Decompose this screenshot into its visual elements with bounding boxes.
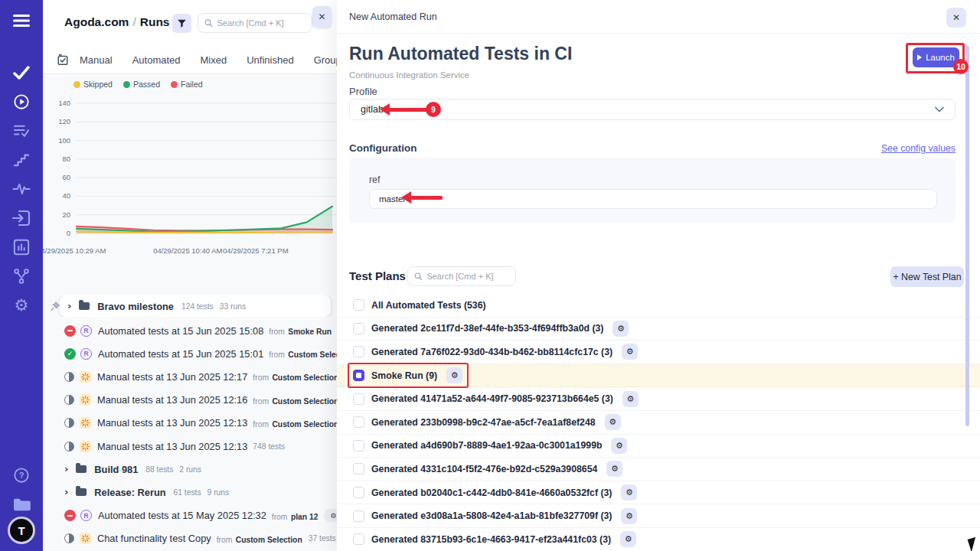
- tab[interactable]: Mixed: [201, 54, 227, 66]
- test-plans-search-input[interactable]: [426, 272, 509, 281]
- test-plan-checkbox[interactable]: [353, 370, 364, 381]
- test-plan-label[interactable]: Generated e3d08a1a-5808-42e4-a1ab-81bfe3…: [371, 510, 612, 521]
- import-icon[interactable]: [0, 204, 43, 233]
- launch-button[interactable]: Launch: [913, 47, 959, 67]
- branches-icon[interactable]: [0, 262, 43, 291]
- run-list-icon[interactable]: [0, 116, 43, 145]
- test-chip[interactable]: ⚙ test: [324, 509, 337, 522]
- test-plan-label[interactable]: All Automated Tests (536): [371, 300, 486, 311]
- run-row-content[interactable]: R Automated tests at 15 May 2025 12:32 f…: [64, 509, 337, 523]
- run-title[interactable]: Chat functinality test Copy: [97, 533, 211, 544]
- logo-t[interactable]: T: [10, 519, 33, 542]
- test-plan-checkbox[interactable]: [353, 323, 364, 334]
- run-row[interactable]: Manual tests at 13 Jun 2025 12:17 from C…: [43, 365, 337, 388]
- test-plan-row[interactable]: Generated b02040c1-c442-4db0-841e-4660a0…: [337, 481, 980, 505]
- folder-row-content[interactable]: › Release: Rerun 61 tests 9 runs: [64, 487, 235, 498]
- test-plan-row[interactable]: Smoke Run (9) ⚙: [337, 364, 980, 388]
- gear-icon[interactable]: ⚙: [606, 461, 622, 477]
- test-plan-label[interactable]: Generated 233b0998-b9c2-47ae-a5cf-7ea1af…: [371, 417, 596, 428]
- folder-name[interactable]: Build 981: [94, 464, 138, 475]
- run-row[interactable]: › Bravo milestone 124 tests 33 runs: [43, 295, 337, 317]
- test-plan-checkbox[interactable]: [353, 510, 364, 522]
- run-row[interactable]: R Automated tests at 15 May 2025 12:32 f…: [43, 504, 337, 527]
- breadcrumb-project[interactable]: Agoda.com: [64, 15, 129, 28]
- tab[interactable]: Groups: [314, 54, 337, 66]
- settings-icon[interactable]: ⚙: [0, 291, 43, 320]
- help-icon[interactable]: ?: [0, 461, 43, 490]
- test-plan-label[interactable]: Smoke Run (9): [371, 370, 437, 381]
- run-row-content[interactable]: Chat functinality test Copy from Custom …: [64, 532, 336, 546]
- play-circle-icon[interactable]: [0, 87, 43, 116]
- tab[interactable]: Manual: [80, 54, 113, 66]
- folder-row-content[interactable]: › Build 981 88 tests 2 runs: [64, 464, 207, 475]
- run-row-content[interactable]: Manual tests at 13 Jun 2025 12:16 from C…: [64, 393, 337, 407]
- test-plan-checkbox[interactable]: [353, 393, 364, 405]
- runs-search[interactable]: [198, 13, 312, 33]
- run-title[interactable]: Manual tests at 13 Jun 2025 12:16: [97, 394, 247, 406]
- test-plan-label[interactable]: Generated b02040c1-c442-4db0-841e-4660a0…: [371, 487, 612, 498]
- test-plan-label[interactable]: Generated 83715b93-6c1e-4663-9417-ef23a4…: [371, 534, 611, 545]
- runs-search-input[interactable]: [217, 18, 306, 28]
- folder-name[interactable]: Bravo milestone: [97, 301, 174, 312]
- chevron-right-icon[interactable]: ›: [64, 486, 68, 497]
- run-title[interactable]: Automated tests at 15 May 2025 12:32: [98, 510, 266, 521]
- run-row[interactable]: › Build 981 88 tests 2 runs: [43, 458, 337, 481]
- test-plans-search[interactable]: [407, 266, 516, 286]
- drawer-close-button[interactable]: ✕: [946, 8, 966, 28]
- ref-input[interactable]: [369, 189, 937, 209]
- run-row-content[interactable]: ✓ R Automated tests at 15 Jun 2025 15:01…: [64, 347, 337, 360]
- runs-panel-close-button[interactable]: ✕: [312, 6, 332, 28]
- run-row[interactable]: Manual tests at 13 Jun 2025 12:13 748 te…: [43, 435, 337, 458]
- run-title[interactable]: Automated tests at 15 Jun 2025 15:08: [98, 325, 263, 337]
- activity-icon[interactable]: [0, 174, 43, 204]
- test-plan-checkbox[interactable]: [353, 416, 364, 428]
- run-row[interactable]: Manual tests at 13 Jun 2025 12:16 from C…: [43, 389, 337, 412]
- test-plan-row[interactable]: Generated e3d08a1a-5808-42e4-a1ab-81bfe3…: [337, 504, 980, 528]
- run-row-content[interactable]: Manual tests at 13 Jun 2025 12:17 from C…: [64, 370, 337, 383]
- see-config-values-link[interactable]: See config values: [881, 143, 956, 154]
- profile-select[interactable]: gitlab: [349, 99, 956, 120]
- run-title[interactable]: Manual tests at 13 Jun 2025 12:17: [97, 371, 247, 383]
- run-row[interactable]: R Automated tests at 15 Jun 2025 15:08 f…: [43, 319, 337, 342]
- chevron-right-icon[interactable]: ›: [64, 463, 68, 474]
- gear-icon[interactable]: ⚙: [446, 367, 462, 383]
- run-title[interactable]: Automated tests at 15 Jun 2025 15:01: [98, 348, 263, 360]
- run-row-content[interactable]: R Automated tests at 15 Jun 2025 15:08 f…: [64, 324, 337, 337]
- reports-icon[interactable]: [0, 233, 43, 262]
- test-plan-row[interactable]: All Automated Tests (536): [337, 294, 980, 318]
- gear-icon[interactable]: ⚙: [620, 531, 636, 547]
- gear-icon[interactable]: ⚙: [612, 321, 629, 337]
- run-row[interactable]: › Release: Rerun 61 tests 9 runs: [43, 481, 337, 504]
- test-plan-label[interactable]: Generated 4331c104-f5f2-476e-b92d-c529a3…: [371, 464, 597, 474]
- gear-icon[interactable]: ⚙: [611, 438, 627, 454]
- test-plan-label[interactable]: Generated 7a76f022-93d0-434b-b462-bb8114…: [371, 347, 612, 357]
- test-plan-row[interactable]: Generated a4d690b7-8889-4ae1-92aa-0c3001…: [337, 435, 980, 458]
- test-plan-row[interactable]: Generated 233b0998-b9c2-47ae-a5cf-7ea1af…: [337, 411, 980, 435]
- folder-name[interactable]: Release: Rerun: [94, 487, 165, 498]
- new-test-plan-button[interactable]: + New Test Plan: [890, 266, 964, 287]
- gear-icon[interactable]: ⚙: [621, 484, 637, 500]
- filter-button[interactable]: [172, 14, 191, 33]
- run-title[interactable]: Manual tests at 13 Jun 2025 12:13: [97, 417, 247, 429]
- check-icon[interactable]: [0, 58, 43, 87]
- test-plan-row[interactable]: Generated 83715b93-6c1e-4663-9417-ef23a4…: [337, 528, 980, 551]
- folder-row-content[interactable]: › Bravo milestone 124 tests 33 runs: [60, 295, 331, 317]
- drawer-scrollbar[interactable]: [965, 46, 969, 426]
- gear-icon[interactable]: ⚙: [605, 414, 621, 430]
- test-plan-row[interactable]: Generated 41471a52-a644-49f7-9085-923713…: [337, 387, 980, 411]
- run-register-icon[interactable]: [57, 54, 69, 66]
- steps-icon[interactable]: [0, 145, 43, 174]
- run-row[interactable]: ✓ R Automated tests at 15 Jun 2025 15:01…: [43, 342, 337, 365]
- test-plan-checkbox[interactable]: [353, 299, 364, 311]
- test-plan-row[interactable]: Generated 7a76f022-93d0-434b-b462-bb8114…: [337, 341, 980, 364]
- test-plan-checkbox[interactable]: [353, 346, 364, 357]
- run-row-content[interactable]: Manual tests at 13 Jun 2025 12:13 from C…: [64, 416, 337, 430]
- test-plan-label[interactable]: Generated a4d690b7-8889-4ae1-92aa-0c3001…: [371, 440, 602, 451]
- run-row[interactable]: Chat functinality test Copy from Custom …: [43, 527, 337, 550]
- test-plan-label[interactable]: Generated 2ce11f7d-38ef-44fe-b353-4f694f…: [371, 323, 603, 334]
- gear-icon[interactable]: ⚙: [621, 508, 637, 524]
- test-plan-row[interactable]: Generated 2ce11f7d-38ef-44fe-b353-4f694f…: [337, 318, 980, 341]
- test-plan-checkbox[interactable]: [353, 440, 364, 452]
- chevron-right-icon[interactable]: ›: [67, 300, 71, 311]
- test-plan-checkbox[interactable]: [353, 533, 364, 545]
